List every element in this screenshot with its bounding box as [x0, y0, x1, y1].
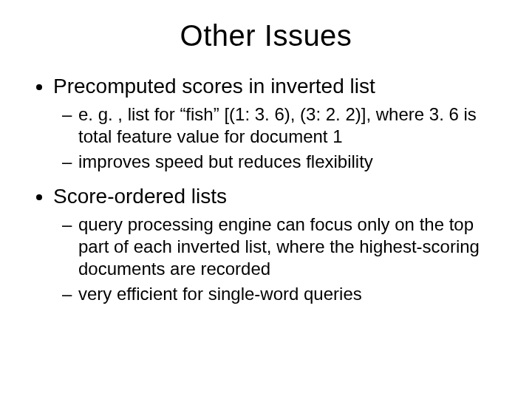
sub-bullet-item: very efficient for single-word queries — [78, 283, 502, 305]
sub-bullet-item: improves speed but reduces flexibility — [78, 151, 502, 173]
slide-title: Other Issues — [30, 19, 502, 52]
bullet-list: Precomputed scores in inverted list e. g… — [30, 73, 502, 305]
sub-bullet-item: e. g. , list for “fish” [(1: 3. 6), (3: … — [78, 103, 502, 148]
slide: Other Issues Precomputed scores in inver… — [0, 0, 532, 399]
bullet-item: Precomputed scores in inverted list e. g… — [53, 73, 502, 173]
sub-bullet-item: query processing engine can focus only o… — [78, 214, 502, 280]
bullet-text: Precomputed scores in inverted list — [53, 75, 375, 98]
bullet-text: Score-ordered lists — [53, 185, 227, 208]
sub-bullet-list: query processing engine can focus only o… — [53, 214, 502, 305]
bullet-item: Score-ordered lists query processing eng… — [53, 183, 502, 305]
sub-bullet-list: e. g. , list for “fish” [(1: 3. 6), (3: … — [53, 103, 502, 173]
